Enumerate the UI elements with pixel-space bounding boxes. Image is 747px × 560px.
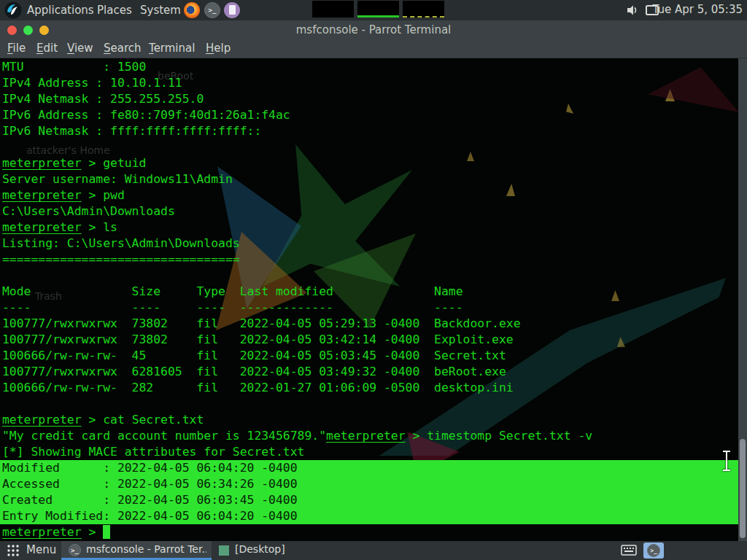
terminal-line: [*] Showing MACE attributes for Secret.t… <box>0 444 738 460</box>
window-thumbnail[interactable] <box>312 1 354 18</box>
terminal-line: Entry Modified: 2022-04-05 06:04:20 -040… <box>0 508 738 524</box>
panel-menu-places[interactable]: Places <box>97 3 132 18</box>
terminal-launcher-icon[interactable] <box>204 2 220 18</box>
terminal-line: 100777/rwxrwxrwx 6281605 fil 2022-04-05 … <box>0 364 738 380</box>
terminal-menubar: File Edit View Search Terminal Help <box>0 39 747 58</box>
desktop-icon <box>219 545 229 556</box>
ibeam-cursor <box>721 450 732 472</box>
terminal-line: C:\Users\Admin\Downloads <box>0 203 738 219</box>
taskbar-task-label: msfconsole - Parrot Ter... <box>86 543 206 555</box>
terminal-line: Listing: C:\Users\Admin\Downloads <box>0 236 738 252</box>
window-title: msfconsole - Parrot Terminal <box>0 23 747 36</box>
menu-view[interactable]: View <box>67 42 93 55</box>
keyboard-layout-icon[interactable] <box>621 544 637 556</box>
menu-file[interactable]: File <box>7 42 26 55</box>
panel-clock[interactable]: Tue Apr 5, 05:35 <box>653 3 743 16</box>
taskbar-task-desktop[interactable]: [Desktop] <box>214 541 287 560</box>
files-launcher-icon[interactable] <box>224 2 240 18</box>
taskbar-task-terminal[interactable]: msfconsole - Parrot Ter... <box>61 541 212 560</box>
terminal-line <box>0 139 738 155</box>
desktop-screen: Applications Places System Tue Apr 5, 05… <box>0 0 747 560</box>
terminal-line: meterpreter > pwd <box>0 187 738 203</box>
menu-terminal[interactable]: Terminal <box>149 42 195 55</box>
panel-menu-applications[interactable]: Applications <box>27 3 94 18</box>
terminal-line: Mode Size Type Last modified Name <box>0 284 738 300</box>
terminal-line: meterpreter > getuid <box>0 155 738 171</box>
menu-search[interactable]: Search <box>104 42 142 55</box>
top-panel: Applications Places System Tue Apr 5, 05… <box>0 0 747 20</box>
terminal-line: 100777/rwxrwxrwx 73802 fil 2022-04-05 03… <box>0 332 738 348</box>
window-thumbnail-active[interactable] <box>357 1 399 18</box>
panel-menu-system[interactable]: System <box>140 3 181 18</box>
terminal-line: meterpreter > <box>0 524 738 540</box>
terminal-line: Server username: Windows11\Admin <box>0 171 738 187</box>
terminal-glyph-icon <box>204 2 220 18</box>
terminal-line: Created : 2022-04-05 06:03:45 -0400 <box>0 492 738 508</box>
volume-icon[interactable] <box>626 4 639 17</box>
terminal-window[interactable]: beRoot attacker's Home Trash MTU : 1500I… <box>0 58 747 541</box>
terminal-line: MTU : 1500 <box>0 59 738 75</box>
terminal-line: ================================= <box>0 252 738 268</box>
terminal-line <box>0 396 738 412</box>
taskbar-menu-button[interactable]: Menu <box>0 541 58 560</box>
scrollbar-thumb[interactable] <box>740 439 746 538</box>
taskbar: Menu msfconsole - Parrot Ter... [Desktop… <box>0 541 747 560</box>
terminal-line: 100666/rw-rw-rw- 282 fil 2022-01-27 01:0… <box>0 380 738 396</box>
terminal-line: 100666/rw-rw-rw- 45 fil 2022-04-05 05:03… <box>0 348 738 364</box>
taskbar-menu-label: Menu <box>26 543 56 556</box>
window-titlebar[interactable]: msfconsole - Parrot Terminal <box>0 20 747 39</box>
tray-terminal-icon[interactable] <box>643 542 664 559</box>
terminal-glyph-icon <box>69 544 81 556</box>
parrot-menu-icon[interactable] <box>4 1 22 19</box>
terminal-line: 100777/rwxrwxrwx 73802 fil 2022-04-05 05… <box>0 316 738 332</box>
window-thumbnail[interactable] <box>403 1 444 18</box>
menu-grid-icon <box>6 543 20 558</box>
terminal-line: meterpreter > ls <box>0 219 738 236</box>
terminal-line: ---- ---- ---- ------------- ---- <box>0 300 738 316</box>
terminal-glyph-icon <box>647 544 660 557</box>
terminal-output[interactable]: MTU : 1500IPv4 Address : 10.10.1.11IPv4 … <box>0 59 738 540</box>
terminal-line: IPv4 Netmask : 255.255.255.0 <box>0 91 738 107</box>
menu-help[interactable]: Help <box>206 42 231 55</box>
taskbar-task-label: [Desktop] <box>235 543 285 555</box>
firefox-launcher-icon[interactable] <box>184 2 200 18</box>
terminal-line: IPv6 Address : fe80::709f:40d1:26a1:f4ac <box>0 107 738 123</box>
terminal-line <box>0 268 738 284</box>
terminal-line: Modified : 2022-04-05 06:04:20 -0400 <box>0 460 738 476</box>
terminal-line: "My credit card account number is 123456… <box>0 428 738 444</box>
terminal-line: IPv4 Address : 10.10.1.11 <box>0 75 738 91</box>
terminal-line: IPv6 Netmask : ffff:ffff:ffff:ffff:: <box>0 123 738 139</box>
terminal-line: Accessed : 2022-04-05 06:34:26 -0400 <box>0 476 738 492</box>
menu-edit[interactable]: Edit <box>36 42 58 55</box>
terminal-line: meterpreter > cat Secret.txt <box>0 412 738 428</box>
